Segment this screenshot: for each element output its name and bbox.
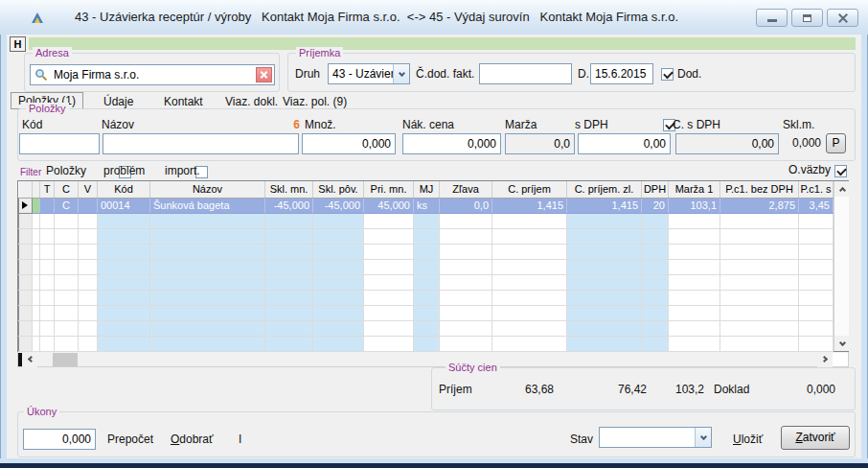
col-skl-pov: Skl. pôv. [313,181,364,198]
horizontal-scroll-thumb[interactable] [53,353,78,366]
dod-checkbox[interactable] [661,68,674,81]
i-button[interactable]: I [239,433,241,446]
table-header-row[interactable]: T C V Kód Názov Skl. mn. Skl. pôv. Pri. … [19,181,834,198]
col-mj: MJ [414,181,440,198]
table-row-empty[interactable] [19,274,834,290]
col-dph: DPH [642,181,669,198]
vertical-scroll-track[interactable] [834,197,849,336]
col-marza1: Marža 1 [669,181,720,198]
col-status [33,181,40,198]
row-status-cell [33,198,40,213]
p-button[interactable]: P [826,133,846,153]
sum-value-3: 103,2 [628,383,704,396]
window-border-left [0,35,7,458]
import-label: import. [165,164,200,177]
tab-udaje[interactable]: Údaje [103,95,133,108]
close-icon [837,12,849,24]
sdph-label: s DPH [575,118,608,131]
col-zlava: Zľava [440,181,492,198]
ukony-input[interactable]: 0,000 [23,429,96,450]
table-row-selected[interactable]: C 00014 Šunková bageta -45,000 -45,000 4… [19,198,834,213]
col-nazov: Názov [150,181,265,198]
scroll-down-button[interactable] [834,336,850,351]
row-count-badge: 6 [283,118,300,131]
cdod-input[interactable] [479,63,572,84]
nazov-label: Názov [102,118,134,131]
kod-label: Kód [22,118,42,131]
csdph-label: C. s DPH [673,118,720,131]
mnoz-input[interactable]: 0,000 [302,133,396,154]
col-c-prijem-zl: C. príjem. zl. [567,181,642,198]
col-pc1-s: P.c1. s [799,181,834,198]
table-row-empty[interactable] [19,244,834,259]
ovazby-checkbox[interactable] [834,165,847,177]
date-input[interactable]: 15.6.2015 [590,63,653,84]
chevron-down-icon[interactable] [393,64,409,83]
clear-address-button[interactable] [256,67,272,82]
scroll-up-button[interactable] [834,181,850,197]
search-icon [34,68,48,82]
col-kod: Kód [98,181,150,198]
prepocet-button[interactable]: Prepočet [107,433,153,446]
col-gutter [19,181,33,198]
polozky-group-label: Položky [26,103,69,115]
adresa-value: Moja Firma s.r.o. [54,65,139,84]
app-icon [31,11,45,25]
scroll-right-button[interactable] [817,352,833,367]
chevron-down-icon[interactable] [695,428,711,447]
sdph-input[interactable]: 0,00 [578,133,671,154]
ulozit-button[interactable]: Uložiť [733,433,763,446]
items-table: T C V Kód Názov Skl. mn. Skl. pôv. Pri. … [17,180,849,352]
marza-label: Marža [505,118,537,131]
csdph-input: 0,00 [675,133,779,154]
table-row-empty[interactable] [19,320,834,336]
table-row-empty[interactable] [19,290,834,305]
table-row-empty[interactable] [19,259,834,274]
nazov-input[interactable] [103,133,299,154]
tab-viaz-dokl[interactable]: Viaz. dokl. [225,95,278,108]
zatvorit-button[interactable]: Zatvoriť [781,426,850,450]
doklad-label: Doklad [714,383,749,396]
mnoz-label: Množ. [305,118,336,131]
tab-kontakt[interactable]: Kontakt [164,95,203,108]
filter-label: Filter [20,167,41,177]
horizontal-scrollbar[interactable] [17,352,849,367]
filter-polozky-label: Položky [46,164,86,177]
cdod-label: Č.dod. fakt. [416,67,474,81]
col-v: V [79,181,98,198]
cell-nazov: Šunková bageta [150,198,265,213]
dod-label: Dod. [677,67,701,81]
col-c-prijem: C. príjem [492,181,567,198]
stav-combobox[interactable] [599,427,712,448]
druh-combobox[interactable]: 43 - Uzávierka receptúr / [328,63,410,84]
druh-value: 43 - Uzávierka receptúr / [329,64,393,83]
prijemka-group-label: Príjemka [296,47,343,59]
kod-input[interactable] [19,133,100,154]
adresa-field[interactable]: Moja Firma s.r.o. [30,64,275,85]
table-row-empty[interactable] [19,336,834,351]
table-row-empty[interactable] [19,305,834,320]
restore-button[interactable] [791,9,823,27]
vertical-scrollbar[interactable] [834,181,849,351]
table-row-empty[interactable] [19,228,834,244]
cell-kod: 00014 [98,198,150,213]
ukony-group-label: Úkony [24,406,59,418]
h-button[interactable]: H [10,36,26,52]
col-skl-mn: Skl. mn. [265,181,313,198]
table-row-empty[interactable] [19,213,834,228]
close-button[interactable] [827,9,858,27]
sums-group-label: Súčty cien [445,362,500,374]
doklad-value: 0,000 [757,383,835,396]
items-grid[interactable]: T C V Kód Názov Skl. mn. Skl. pôv. Pri. … [18,181,834,352]
odobrat-button[interactable]: Odobrať [171,433,214,446]
druh-label: Druh [295,67,320,81]
adresa-group-label: Adresa [33,47,72,59]
minimize-button[interactable] [756,9,788,27]
nak-cena-input[interactable]: 0,000 [402,133,501,154]
titlebar[interactable]: 43 - Uzávierka receptúr / výroby Kontakt… [0,0,868,35]
row-marker-icon [22,201,28,209]
tab-viaz-pol[interactable]: Viaz. pol. (9) [283,95,347,108]
col-c: C [55,181,79,198]
scroll-left-button[interactable] [22,352,37,367]
restore-icon [803,14,811,22]
